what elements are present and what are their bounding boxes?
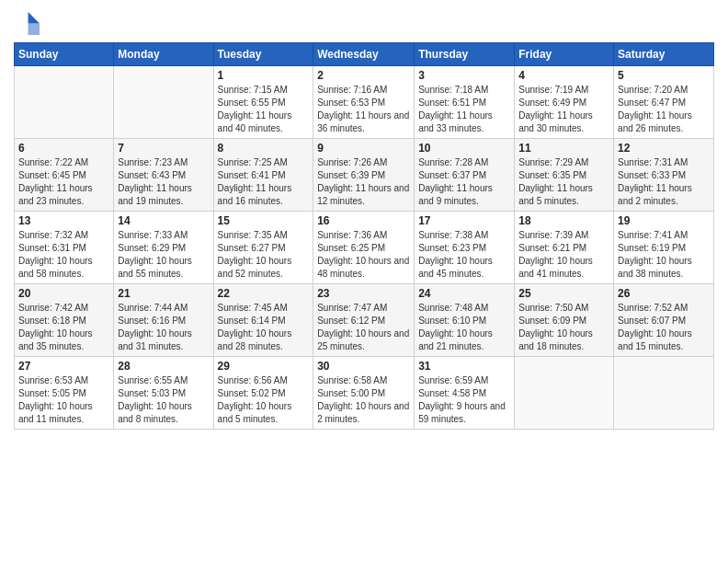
day-number: 14 (118, 214, 209, 227)
calendar-cell: 13Sunrise: 7:32 AM Sunset: 6:31 PM Dayli… (15, 212, 114, 284)
calendar-week-row: 27Sunrise: 6:53 AM Sunset: 5:05 PM Dayli… (15, 357, 714, 430)
calendar-cell: 6Sunrise: 7:22 AM Sunset: 6:45 PM Daylig… (15, 139, 114, 212)
calendar-cell: 24Sunrise: 7:48 AM Sunset: 6:10 PM Dayli… (415, 284, 515, 357)
day-number: 29 (218, 360, 310, 373)
day-info: Sunrise: 7:44 AM Sunset: 6:16 PM Dayligh… (118, 302, 209, 353)
day-info: Sunrise: 6:56 AM Sunset: 5:02 PM Dayligh… (218, 374, 310, 426)
calendar-cell: 11Sunrise: 7:29 AM Sunset: 6:35 PM Dayli… (515, 139, 614, 212)
day-number: 9 (317, 142, 410, 155)
calendar-col-header: Friday (515, 43, 614, 66)
calendar-cell: 2Sunrise: 7:16 AM Sunset: 6:53 PM Daylig… (313, 66, 415, 139)
day-info: Sunrise: 7:42 AM Sunset: 6:18 PM Dayligh… (18, 302, 109, 353)
calendar-cell (614, 357, 714, 430)
day-number: 5 (618, 69, 710, 82)
calendar-cell (515, 357, 614, 430)
day-info: Sunrise: 7:28 AM Sunset: 6:37 PM Dayligh… (418, 156, 510, 208)
calendar-cell: 31Sunrise: 6:59 AM Sunset: 4:58 PM Dayli… (415, 357, 515, 430)
calendar-cell: 22Sunrise: 7:45 AM Sunset: 6:14 PM Dayli… (213, 284, 313, 357)
calendar-col-header: Tuesday (213, 43, 313, 66)
day-number: 15 (218, 214, 310, 227)
day-info: Sunrise: 7:38 AM Sunset: 6:23 PM Dayligh… (418, 229, 510, 281)
day-info: Sunrise: 7:45 AM Sunset: 6:14 PM Dayligh… (218, 302, 310, 353)
calendar-week-row: 6Sunrise: 7:22 AM Sunset: 6:45 PM Daylig… (15, 139, 714, 212)
calendar-cell: 1Sunrise: 7:15 AM Sunset: 6:55 PM Daylig… (213, 66, 313, 139)
day-info: Sunrise: 7:33 AM Sunset: 6:29 PM Dayligh… (118, 229, 209, 281)
calendar-week-row: 13Sunrise: 7:32 AM Sunset: 6:31 PM Dayli… (15, 212, 714, 284)
day-number: 3 (418, 69, 510, 82)
day-info: Sunrise: 7:22 AM Sunset: 6:45 PM Dayligh… (18, 156, 109, 208)
calendar-cell: 15Sunrise: 7:35 AM Sunset: 6:27 PM Dayli… (213, 212, 313, 284)
logo-icon (14, 9, 40, 35)
calendar-cell: 19Sunrise: 7:41 AM Sunset: 6:19 PM Dayli… (614, 212, 714, 284)
calendar-cell: 23Sunrise: 7:47 AM Sunset: 6:12 PM Dayli… (313, 284, 415, 357)
calendar-cell: 25Sunrise: 7:50 AM Sunset: 6:09 PM Dayli… (515, 284, 614, 357)
day-number: 27 (18, 360, 109, 373)
calendar-header-row: SundayMondayTuesdayWednesdayThursdayFrid… (15, 43, 714, 66)
day-number: 12 (618, 142, 710, 155)
day-info: Sunrise: 7:23 AM Sunset: 6:43 PM Dayligh… (118, 156, 209, 208)
day-info: Sunrise: 6:58 AM Sunset: 5:00 PM Dayligh… (317, 374, 410, 426)
day-number: 19 (618, 214, 710, 227)
calendar-cell: 17Sunrise: 7:38 AM Sunset: 6:23 PM Dayli… (415, 212, 515, 284)
day-info: Sunrise: 7:25 AM Sunset: 6:41 PM Dayligh… (218, 156, 310, 208)
calendar-cell: 30Sunrise: 6:58 AM Sunset: 5:00 PM Dayli… (313, 357, 415, 430)
day-info: Sunrise: 7:48 AM Sunset: 6:10 PM Dayligh… (418, 302, 510, 353)
calendar-cell: 5Sunrise: 7:20 AM Sunset: 6:47 PM Daylig… (614, 66, 714, 139)
page: SundayMondayTuesdayWednesdayThursdayFrid… (0, 0, 728, 563)
day-number: 26 (618, 287, 710, 300)
calendar-col-header: Saturday (614, 43, 714, 66)
calendar-cell: 28Sunrise: 6:55 AM Sunset: 5:03 PM Dayli… (114, 357, 213, 430)
calendar-cell: 29Sunrise: 6:56 AM Sunset: 5:02 PM Dayli… (213, 357, 313, 430)
day-number: 20 (18, 287, 109, 300)
day-info: Sunrise: 7:26 AM Sunset: 6:39 PM Dayligh… (317, 156, 410, 208)
day-number: 2 (317, 69, 410, 82)
calendar-cell: 8Sunrise: 7:25 AM Sunset: 6:41 PM Daylig… (213, 139, 313, 212)
day-number: 8 (218, 142, 310, 155)
calendar-cell (114, 66, 213, 139)
calendar-col-header: Monday (114, 43, 213, 66)
day-info: Sunrise: 7:16 AM Sunset: 6:53 PM Dayligh… (317, 84, 410, 135)
day-number: 7 (118, 142, 209, 155)
calendar-cell: 9Sunrise: 7:26 AM Sunset: 6:39 PM Daylig… (313, 139, 415, 212)
day-info: Sunrise: 7:18 AM Sunset: 6:51 PM Dayligh… (418, 84, 510, 135)
day-info: Sunrise: 7:15 AM Sunset: 6:55 PM Dayligh… (218, 84, 310, 135)
day-info: Sunrise: 7:29 AM Sunset: 6:35 PM Dayligh… (518, 156, 609, 208)
day-number: 6 (18, 142, 109, 155)
day-info: Sunrise: 7:36 AM Sunset: 6:25 PM Dayligh… (317, 229, 410, 281)
calendar-cell: 7Sunrise: 7:23 AM Sunset: 6:43 PM Daylig… (114, 139, 213, 212)
day-info: Sunrise: 7:31 AM Sunset: 6:33 PM Dayligh… (618, 156, 710, 208)
calendar-cell: 12Sunrise: 7:31 AM Sunset: 6:33 PM Dayli… (614, 139, 714, 212)
day-number: 25 (518, 287, 609, 300)
header (14, 9, 714, 35)
calendar-col-header: Sunday (15, 43, 114, 66)
calendar-cell: 20Sunrise: 7:42 AM Sunset: 6:18 PM Dayli… (15, 284, 114, 357)
svg-marker-1 (28, 24, 40, 35)
calendar-cell: 21Sunrise: 7:44 AM Sunset: 6:16 PM Dayli… (114, 284, 213, 357)
calendar-cell: 3Sunrise: 7:18 AM Sunset: 6:51 PM Daylig… (415, 66, 515, 139)
day-info: Sunrise: 7:52 AM Sunset: 6:07 PM Dayligh… (618, 302, 710, 353)
day-number: 30 (317, 360, 410, 373)
day-info: Sunrise: 6:59 AM Sunset: 4:58 PM Dayligh… (418, 374, 510, 426)
day-info: Sunrise: 7:32 AM Sunset: 6:31 PM Dayligh… (18, 229, 109, 281)
day-number: 13 (18, 214, 109, 227)
day-info: Sunrise: 7:19 AM Sunset: 6:49 PM Dayligh… (518, 84, 609, 135)
day-info: Sunrise: 7:35 AM Sunset: 6:27 PM Dayligh… (218, 229, 310, 281)
logo (14, 9, 43, 35)
calendar-col-header: Wednesday (313, 43, 415, 66)
calendar-cell: 27Sunrise: 6:53 AM Sunset: 5:05 PM Dayli… (15, 357, 114, 430)
day-info: Sunrise: 6:53 AM Sunset: 5:05 PM Dayligh… (18, 374, 109, 426)
day-number: 1 (218, 69, 310, 82)
day-info: Sunrise: 7:50 AM Sunset: 6:09 PM Dayligh… (518, 302, 609, 353)
day-number: 18 (518, 214, 609, 227)
calendar-cell: 16Sunrise: 7:36 AM Sunset: 6:25 PM Dayli… (313, 212, 415, 284)
calendar-cell: 10Sunrise: 7:28 AM Sunset: 6:37 PM Dayli… (415, 139, 515, 212)
calendar-cell: 14Sunrise: 7:33 AM Sunset: 6:29 PM Dayli… (114, 212, 213, 284)
day-number: 17 (418, 214, 510, 227)
day-number: 21 (118, 287, 209, 300)
day-number: 28 (118, 360, 209, 373)
day-number: 31 (418, 360, 510, 373)
calendar-cell: 4Sunrise: 7:19 AM Sunset: 6:49 PM Daylig… (515, 66, 614, 139)
day-number: 4 (518, 69, 609, 82)
day-number: 16 (317, 214, 410, 227)
day-number: 10 (418, 142, 510, 155)
